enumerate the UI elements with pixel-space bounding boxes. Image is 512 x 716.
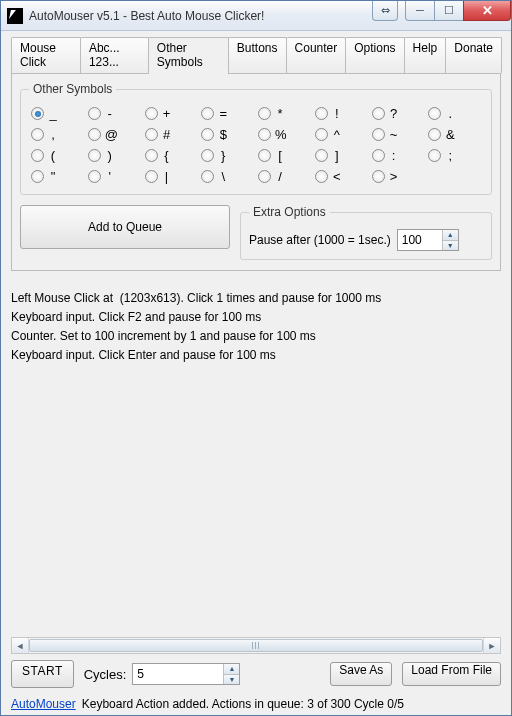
symbol-radio[interactable] — [201, 170, 214, 183]
symbol-option[interactable]: | — [145, 169, 198, 184]
symbol-option[interactable]: < — [315, 169, 368, 184]
symbol-option[interactable]: ? — [372, 106, 425, 121]
symbol-radio[interactable] — [88, 107, 101, 120]
horizontal-scrollbar[interactable]: ◄ ► — [11, 637, 501, 654]
scroll-thumb[interactable] — [29, 639, 483, 652]
symbol-option[interactable]: - — [88, 106, 141, 121]
symbol-radio[interactable] — [201, 149, 214, 162]
symbol-option[interactable]: = — [201, 106, 254, 121]
bottom-bar: START Cycles: ▲ ▼ Save As Load From File — [11, 660, 501, 688]
close-button[interactable]: ✕ — [463, 1, 511, 21]
symbol-option[interactable]: # — [145, 127, 198, 142]
controls-row: Add to Queue Extra Options Pause after (… — [20, 205, 492, 260]
symbol-radio[interactable] — [88, 149, 101, 162]
symbol-radio[interactable] — [88, 170, 101, 183]
save-as-button[interactable]: Save As — [330, 662, 392, 686]
symbol-option[interactable]: / — [258, 169, 311, 184]
scroll-track[interactable] — [29, 638, 483, 653]
symbol-radio[interactable] — [372, 128, 385, 141]
symbol-radio[interactable] — [258, 170, 271, 183]
symbol-radio[interactable] — [88, 128, 101, 141]
symbol-option[interactable]: % — [258, 127, 311, 142]
symbol-option[interactable]: { — [145, 148, 198, 163]
symbol-radio[interactable] — [428, 149, 441, 162]
pause-spin-down[interactable]: ▼ — [443, 240, 458, 251]
symbol-radio[interactable] — [315, 170, 328, 183]
queue-item[interactable]: Keyboard input. Click Enter and pause fo… — [11, 346, 501, 365]
cycles-input[interactable] — [133, 664, 223, 684]
symbol-radio[interactable] — [372, 149, 385, 162]
symbol-option[interactable]: : — [372, 148, 425, 163]
symbol-option[interactable]: ^ — [315, 127, 368, 142]
symbol-radio[interactable] — [315, 128, 328, 141]
symbol-option[interactable]: ; — [428, 148, 481, 163]
symbol-option[interactable]: , — [31, 127, 84, 142]
symbol-option[interactable]: ) — [88, 148, 141, 163]
symbol-option[interactable]: " — [31, 169, 84, 184]
symbol-option[interactable]: ~ — [372, 127, 425, 142]
cycles-spin-buttons: ▲ ▼ — [223, 664, 239, 684]
symbol-radio[interactable] — [31, 170, 44, 183]
tab-options[interactable]: Options — [345, 37, 404, 73]
symbol-option[interactable]: + — [145, 106, 198, 121]
symbol-radio[interactable] — [145, 128, 158, 141]
symbol-radio[interactable] — [31, 107, 44, 120]
load-from-file-button[interactable]: Load From File — [402, 662, 501, 686]
tab-donate[interactable]: Donate — [445, 37, 502, 73]
symbol-radio[interactable] — [428, 128, 441, 141]
tab-counter[interactable]: Counter — [286, 37, 347, 73]
symbol-option[interactable]: & — [428, 127, 481, 142]
symbol-label: [ — [275, 148, 285, 163]
window-help-button[interactable]: ⇔ — [372, 1, 398, 21]
symbol-option[interactable]: ' — [88, 169, 141, 184]
symbol-radio[interactable] — [145, 170, 158, 183]
symbol-radio[interactable] — [315, 107, 328, 120]
symbol-radio[interactable] — [31, 128, 44, 141]
tab-abc-123-[interactable]: Abc... 123... — [80, 37, 149, 73]
symbol-option[interactable]: [ — [258, 148, 311, 163]
symbol-option[interactable]: ( — [31, 148, 84, 163]
symbol-option[interactable]: } — [201, 148, 254, 163]
pause-spin-up[interactable]: ▲ — [443, 230, 458, 240]
symbol-option[interactable]: ! — [315, 106, 368, 121]
minimize-button[interactable]: ─ — [405, 1, 435, 21]
scroll-left-button[interactable]: ◄ — [12, 638, 29, 653]
symbol-radio[interactable] — [145, 149, 158, 162]
queue-item[interactable]: Left Mouse Click at (1203x613). Click 1 … — [11, 289, 501, 308]
queue-item[interactable]: Counter. Set to 100 increment by 1 and p… — [11, 327, 501, 346]
symbol-radio[interactable] — [258, 107, 271, 120]
pause-input[interactable] — [398, 230, 442, 250]
symbol-option[interactable]: . — [428, 106, 481, 121]
tab-other-symbols[interactable]: Other Symbols — [148, 37, 229, 74]
maximize-button[interactable]: ☐ — [434, 1, 464, 21]
symbol-radio[interactable] — [428, 107, 441, 120]
symbol-option[interactable]: \ — [201, 169, 254, 184]
cycles-spin-up[interactable]: ▲ — [224, 664, 239, 674]
status-link[interactable]: AutoMouser — [11, 697, 76, 711]
tab-help[interactable]: Help — [404, 37, 447, 73]
symbol-radio[interactable] — [201, 107, 214, 120]
cycles-spin-down[interactable]: ▼ — [224, 674, 239, 685]
symbol-radio[interactable] — [315, 149, 328, 162]
symbol-option[interactable]: ] — [315, 148, 368, 163]
symbol-option[interactable]: * — [258, 106, 311, 121]
tab-buttons[interactable]: Buttons — [228, 37, 287, 73]
start-button[interactable]: START — [11, 660, 74, 688]
queue-item[interactable]: Keyboard input. Click F2 and pause for 1… — [11, 308, 501, 327]
symbol-radio[interactable] — [145, 107, 158, 120]
add-to-queue-button[interactable]: Add to Queue — [20, 205, 230, 249]
client-area: Mouse ClickAbc... 123...Other SymbolsBut… — [1, 31, 511, 715]
symbols-group: Other Symbols _-+=*!?.,@#$%^~&(){}[]:;"'… — [20, 82, 492, 195]
symbol-radio[interactable] — [372, 170, 385, 183]
symbol-radio[interactable] — [201, 128, 214, 141]
symbol-option[interactable]: $ — [201, 127, 254, 142]
symbol-option[interactable]: _ — [31, 106, 84, 121]
symbol-radio[interactable] — [258, 149, 271, 162]
symbol-option[interactable]: > — [372, 169, 425, 184]
symbol-radio[interactable] — [31, 149, 44, 162]
symbol-radio[interactable] — [258, 128, 271, 141]
scroll-right-button[interactable]: ► — [483, 638, 500, 653]
tab-mouse-click[interactable]: Mouse Click — [11, 37, 81, 73]
symbol-option[interactable]: @ — [88, 127, 141, 142]
symbol-radio[interactable] — [372, 107, 385, 120]
